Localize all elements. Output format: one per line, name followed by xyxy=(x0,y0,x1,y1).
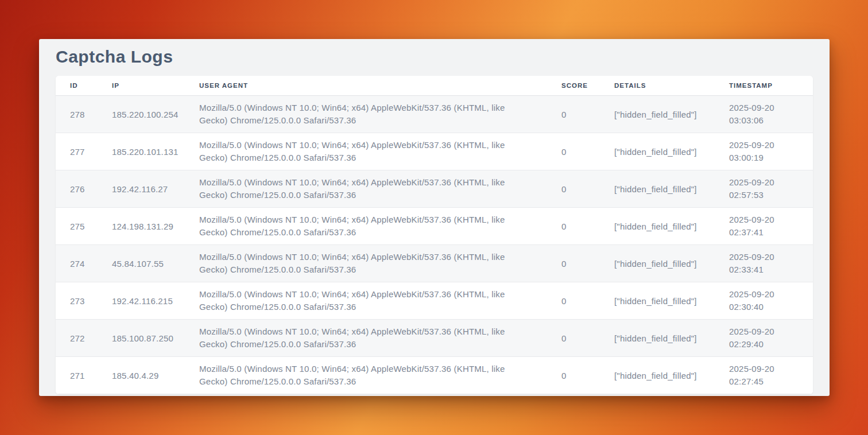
captcha-logs-table: ID IP USER AGENT SCORE DETAILS TIMESTAMP… xyxy=(56,76,813,394)
cell-score: 0 xyxy=(547,245,600,282)
cell-details: ["hidden_field_filled"] xyxy=(600,208,715,245)
timestamp-time: 02:27:45 xyxy=(729,375,813,388)
column-header-user-agent: USER AGENT xyxy=(185,76,547,96)
cell-user-agent: Mozilla/5.0 (Windows NT 10.0; Win64; x64… xyxy=(185,208,547,245)
cell-timestamp: 2025-09-20 02:29:40 xyxy=(715,320,813,357)
cell-details: ["hidden_field_filled"] xyxy=(600,96,715,133)
cell-ip: 185.100.87.250 xyxy=(98,320,185,357)
timestamp-date: 2025-09-20 xyxy=(729,213,813,226)
logs-table-container: ID IP USER AGENT SCORE DETAILS TIMESTAMP… xyxy=(56,76,813,394)
cell-id: 278 xyxy=(56,96,98,133)
cell-details: ["hidden_field_filled"] xyxy=(600,320,715,357)
cell-id: 277 xyxy=(56,133,98,170)
cell-user-agent: Mozilla/5.0 (Windows NT 10.0; Win64; x64… xyxy=(185,245,547,282)
cell-id: 273 xyxy=(56,282,98,320)
cell-score: 0 xyxy=(547,170,600,208)
cell-timestamp: 2025-09-20 03:03:06 xyxy=(715,96,813,133)
table-row: 277 185.220.101.131 Mozilla/5.0 (Windows… xyxy=(56,133,813,170)
cell-details: ["hidden_field_filled"] xyxy=(600,357,715,394)
page-title: Captcha Logs xyxy=(56,46,813,67)
timestamp-time: 02:37:41 xyxy=(729,226,813,239)
cell-ip: 185.220.101.131 xyxy=(98,133,185,170)
timestamp-time: 02:29:40 xyxy=(729,338,813,351)
cell-id: 272 xyxy=(56,320,98,357)
timestamp-date: 2025-09-20 xyxy=(729,102,813,114)
timestamp-date: 2025-09-20 xyxy=(729,251,813,263)
timestamp-time: 03:00:19 xyxy=(729,152,813,164)
timestamp-date: 2025-09-20 xyxy=(729,139,813,152)
cell-ip: 185.220.100.254 xyxy=(98,96,185,133)
timestamp-date: 2025-09-20 xyxy=(729,176,813,189)
table-row: 276 192.42.116.27 Mozilla/5.0 (Windows N… xyxy=(56,170,813,208)
table-row: 271 185.40.4.29 Mozilla/5.0 (Windows NT … xyxy=(56,357,813,394)
timestamp-time: 02:30:40 xyxy=(729,301,813,313)
timestamp-time: 02:33:41 xyxy=(729,263,813,276)
timestamp-time: 03:03:06 xyxy=(729,114,813,127)
timestamp-date: 2025-09-20 xyxy=(729,325,813,338)
cell-details: ["hidden_field_filled"] xyxy=(600,245,715,282)
cell-ip: 192.42.116.27 xyxy=(98,170,185,208)
column-header-timestamp: TIMESTAMP xyxy=(715,76,813,96)
timestamp-time: 02:57:53 xyxy=(729,189,813,201)
cell-ip: 192.42.116.215 xyxy=(98,282,185,320)
cell-score: 0 xyxy=(547,96,600,133)
column-header-details: DETAILS xyxy=(600,76,715,96)
table-body: 278 185.220.100.254 Mozilla/5.0 (Windows… xyxy=(56,96,813,394)
cell-ip: 45.84.107.55 xyxy=(98,245,185,282)
cell-user-agent: Mozilla/5.0 (Windows NT 10.0; Win64; x64… xyxy=(185,96,547,133)
cell-details: ["hidden_field_filled"] xyxy=(600,282,715,320)
table-row: 274 45.84.107.55 Mozilla/5.0 (Windows NT… xyxy=(56,245,813,282)
timestamp-date: 2025-09-20 xyxy=(729,363,813,375)
cell-id: 271 xyxy=(56,357,98,394)
cell-timestamp: 2025-09-20 02:57:53 xyxy=(715,170,813,208)
cell-timestamp: 2025-09-20 02:37:41 xyxy=(715,208,813,245)
timestamp-date: 2025-09-20 xyxy=(729,288,813,301)
column-header-ip: IP xyxy=(98,76,185,96)
cell-timestamp: 2025-09-20 03:00:19 xyxy=(715,133,813,170)
table-row: 278 185.220.100.254 Mozilla/5.0 (Windows… xyxy=(56,96,813,133)
cell-score: 0 xyxy=(547,357,600,394)
cell-details: ["hidden_field_filled"] xyxy=(600,170,715,208)
cell-user-agent: Mozilla/5.0 (Windows NT 10.0; Win64; x64… xyxy=(185,282,547,320)
cell-user-agent: Mozilla/5.0 (Windows NT 10.0; Win64; x64… xyxy=(185,320,547,357)
cell-timestamp: 2025-09-20 02:27:45 xyxy=(715,357,813,394)
captcha-logs-card: Captcha Logs ID IP USER AGENT SCORE xyxy=(39,39,830,396)
cell-score: 0 xyxy=(547,133,600,170)
table-row: 272 185.100.87.250 Mozilla/5.0 (Windows … xyxy=(56,320,813,357)
cell-id: 276 xyxy=(56,170,98,208)
cell-id: 275 xyxy=(56,208,98,245)
cell-user-agent: Mozilla/5.0 (Windows NT 10.0; Win64; x64… xyxy=(185,133,547,170)
cell-score: 0 xyxy=(547,320,600,357)
cell-score: 0 xyxy=(547,282,600,320)
column-header-score: SCORE xyxy=(547,76,600,96)
cell-details: ["hidden_field_filled"] xyxy=(600,133,715,170)
cell-id: 274 xyxy=(56,245,98,282)
cell-score: 0 xyxy=(547,208,600,245)
cell-user-agent: Mozilla/5.0 (Windows NT 10.0; Win64; x64… xyxy=(185,357,547,394)
column-header-id: ID xyxy=(56,76,98,96)
cell-ip: 124.198.131.29 xyxy=(98,208,185,245)
table-header-row: ID IP USER AGENT SCORE DETAILS TIMESTAMP xyxy=(56,76,813,96)
page-background: Captcha Logs ID IP USER AGENT SCORE xyxy=(0,0,868,435)
cell-timestamp: 2025-09-20 02:33:41 xyxy=(715,245,813,282)
cell-timestamp: 2025-09-20 02:30:40 xyxy=(715,282,813,320)
cell-ip: 185.40.4.29 xyxy=(98,357,185,394)
cell-user-agent: Mozilla/5.0 (Windows NT 10.0; Win64; x64… xyxy=(185,170,547,208)
table-row: 273 192.42.116.215 Mozilla/5.0 (Windows … xyxy=(56,282,813,320)
table-row: 275 124.198.131.29 Mozilla/5.0 (Windows … xyxy=(56,208,813,245)
